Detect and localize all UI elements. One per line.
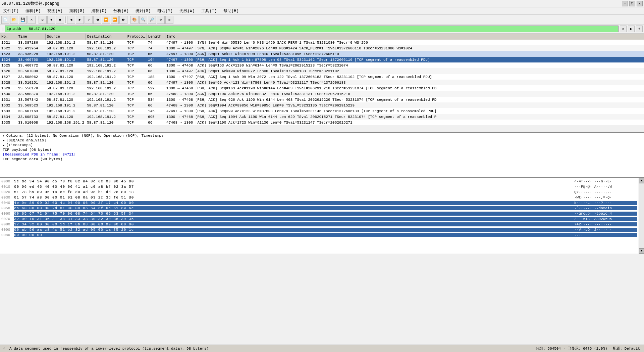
filter-bookmark-btn[interactable]: + — [636, 26, 643, 32]
table-row[interactable]: 163233.569523192.168.191.258.87.81.120TC… — [0, 102, 644, 108]
toolbar-save[interactable]: 💾 — [19, 16, 27, 24]
toolbar-forward[interactable]: ▶ — [76, 16, 84, 24]
scroll-down-btn[interactable]: ▼ — [639, 248, 644, 254]
detail-line[interactable]: [SEQ/ACK analysis] — [0, 138, 644, 143]
separator3 — [129, 16, 129, 23]
hex-row[interactable]: 007032 00 10 31 36 31 38 31 33 33 30 32 … — [1, 216, 637, 222]
menu-item-E[interactable]: 编辑(E) — [23, 7, 43, 14]
table-row[interactable]: 162933.55617958.87.81.120192.168.191.2TC… — [0, 85, 644, 91]
table-row[interactable]: 163533.610068192.168.168.191.258.87.81.1… — [0, 120, 644, 125]
maximize-button[interactable]: □ — [629, 1, 635, 6]
table-row[interactable]: 162533.46077258.87.81.120192.168.191.2TC… — [0, 62, 644, 68]
detail-line[interactable]: [Timestamps] — [0, 143, 644, 147]
menu-item-H[interactable]: 帮助(H) — [221, 7, 241, 14]
menu-item-C[interactable]: 捕获(C) — [89, 7, 109, 14]
table-row[interactable]: 162633.50700958.87.81.120192.168.191.2TC… — [0, 68, 644, 74]
toolbar-reload[interactable]: ↺ — [39, 16, 47, 24]
menu-item-F[interactable]: 文件(F) — [1, 7, 21, 14]
hex-ascii: Qx······ ·····,·· — [570, 190, 637, 194]
status-message: A data segment used in reassembly of a l… — [9, 347, 533, 351]
detail-link[interactable]: [Reassembled PDU in frame: 84711] — [3, 152, 76, 157]
filter-clear-btn[interactable]: ✕ — [620, 26, 627, 32]
toolbar-capture[interactable]: ● — [47, 16, 55, 24]
hex-offset: 00a0 — [1, 233, 14, 237]
table-row[interactable]: 162433.460760192.168.191.258.87.81.120TC… — [0, 57, 644, 62]
table-row[interactable]: 162833.510151192.168.191.258.87.81.120TC… — [0, 80, 644, 85]
hex-row[interactable]: 002051 78 b9 89 05 14 ee f8 d0 ad 9e b1 … — [1, 189, 637, 195]
toolbar-first[interactable]: ⏮ — [93, 16, 101, 24]
toolbar-last[interactable]: ⏭ — [119, 16, 127, 24]
menu-bar: 文件(F)编辑(E)视图(V)跳转(G)捕获(C)分析(A)统计(S)电话(Y)… — [0, 7, 644, 15]
col-protocol[interactable]: Protocol — [126, 34, 147, 40]
toolbar-next[interactable]: ⏩ — [111, 16, 119, 24]
hex-row[interactable]: 0050ea 60 00 00 00 2d 01 00 00 06 64 6f … — [1, 206, 637, 211]
right-scrollbar[interactable]: ▲ ▼ — [639, 178, 644, 254]
scroll-track[interactable] — [639, 183, 644, 248]
packet-detail: Options: (12 bytes), No-Operation (NOP),… — [0, 133, 644, 178]
menu-item-W[interactable]: 无线(W) — [177, 7, 197, 14]
table-row[interactable]: 162233.43395458.87.81.120192.168.191.2TC… — [0, 45, 644, 51]
title-controls: ─ □ ✕ — [622, 1, 643, 6]
table-row[interactable]: 163333.607163192.168.191.258.87.81.120TC… — [0, 108, 644, 114]
hex-row[interactable]: 006000 05 67 72 6f 75 70 00 08 74 6f 70 … — [1, 211, 637, 216]
detail-line[interactable]: TCP payload (98 bytes) — [0, 147, 644, 152]
scroll-up-btn[interactable]: ▲ — [639, 178, 644, 183]
menu-item-Y[interactable]: 电话(Y) — [155, 7, 175, 14]
toolbar-open[interactable]: 📂 — [10, 16, 18, 24]
table-row[interactable]: 162733.50806258.87.81.120192.168.191.2TC… — [0, 74, 644, 80]
hex-row[interactable]: 008037 34 32 00 00 00 1d 1f 8b 08 00 00 … — [1, 222, 637, 227]
table-row[interactable]: 163433.60873358.87.81.120192.168.191.2TC… — [0, 114, 644, 120]
detail-line[interactable]: TCP segment data (98 bytes) — [0, 157, 644, 162]
detail-line[interactable]: Options: (12 bytes), No-Operation (NOP),… — [0, 133, 644, 138]
hex-row[interactable]: 003001 57 74 a8 00 00 01 01 08 0a 03 2c … — [1, 195, 637, 200]
toolbar-zoom-reset[interactable]: ⊙ — [157, 16, 165, 24]
toolbar-close[interactable]: ✕ — [28, 16, 36, 24]
hex-bytes: 00 ab 56 aa c8 4c 51 b2 32 ad 05 00 1a f… — [14, 228, 570, 232]
close-button[interactable]: ✕ — [637, 1, 643, 6]
toolbar-zoom-in[interactable]: 🔍 — [139, 16, 147, 24]
filter-label: ‖ — [1, 27, 4, 31]
toolbar-prev[interactable]: ⏪ — [102, 16, 110, 24]
table-row[interactable]: 162333.436228192.168.191.258.87.81.120TC… — [0, 51, 644, 57]
hex-row[interactable]: 00404e 9e 89 00 02 00 4c 04 00 06 00 3f … — [1, 200, 637, 206]
hex-content: 00005e de 34 54 90 c5 78 f8 82 a4 8c 6e … — [0, 178, 639, 254]
toolbar-goto[interactable]: ↗ — [85, 16, 93, 24]
menu-item-T[interactable]: 工具(T) — [199, 7, 219, 14]
minimize-button[interactable]: ─ — [622, 1, 628, 6]
toolbar-stop[interactable]: ■ — [56, 16, 64, 24]
filter-apply-btn[interactable]: ▶ — [628, 26, 635, 32]
col-no[interactable]: No. — [0, 34, 17, 40]
menu-item-S[interactable]: 统计(S) — [133, 7, 153, 14]
toolbar-settings[interactable]: ≡ — [165, 16, 173, 24]
toolbar-zoom-out[interactable]: 🔎 — [148, 16, 156, 24]
toolbar-back[interactable]: ◀ — [67, 16, 75, 24]
hex-ascii: N·····L· ···?···· — [570, 201, 637, 205]
col-destination[interactable]: Destination — [86, 34, 126, 40]
col-time[interactable]: Time — [17, 34, 45, 40]
title-text: 58.87.81.120数据包.pcapng — [1, 1, 59, 6]
hex-offset: 0060 — [1, 212, 14, 216]
toolbar-new[interactable]: 📄 — [1, 16, 9, 24]
detail-line[interactable]: [Reassembled PDU in frame: 84711] — [0, 152, 644, 157]
hex-ascii: ·`···-·· ··domain — [570, 206, 637, 210]
hex-ascii: 742····· ········ — [570, 222, 637, 226]
menu-item-G[interactable]: 跳转(G) — [67, 7, 87, 14]
col-info[interactable]: Info — [165, 34, 644, 40]
menu-item-A[interactable]: 分析(A) — [111, 7, 131, 14]
filter-input[interactable] — [5, 26, 619, 32]
col-length[interactable]: Length — [147, 34, 165, 40]
table-row[interactable]: 163033.558370192.168.191.258.87.81.120TC… — [0, 91, 644, 97]
hex-row[interactable]: 00005e de 34 54 90 c5 78 f8 82 a4 8c 6e … — [1, 179, 637, 184]
hex-ascii: 2··16181 33020695 — [570, 217, 637, 221]
table-row[interactable]: 163133.56734258.87.81.120192.168.191.2TC… — [0, 97, 644, 102]
col-source[interactable]: Source — [45, 34, 86, 40]
hex-row[interactable]: 001000 96 ed 46 40 00 40 06 41 a1 c0 a8 … — [1, 184, 637, 189]
hex-bytes: 5e de 34 54 90 c5 78 f8 82 a4 8c 6e 08 0… — [14, 179, 570, 183]
hex-row[interactable]: 009000 ab 56 aa c8 4c 51 b2 32 ad 05 00 … — [1, 227, 637, 232]
hex-row[interactable]: 00a009 00 00 00···· — [1, 232, 637, 238]
toolbar-color[interactable]: 🎨 — [130, 16, 139, 24]
table-row[interactable]: 162133.387186192.168.191.258.87.81.120TC… — [0, 40, 644, 45]
packet-table: No. Time Source Destination Protocol Len… — [0, 34, 644, 125]
menu-item-V[interactable]: 视图(V) — [45, 7, 65, 14]
hex-offset: 0050 — [1, 206, 14, 210]
